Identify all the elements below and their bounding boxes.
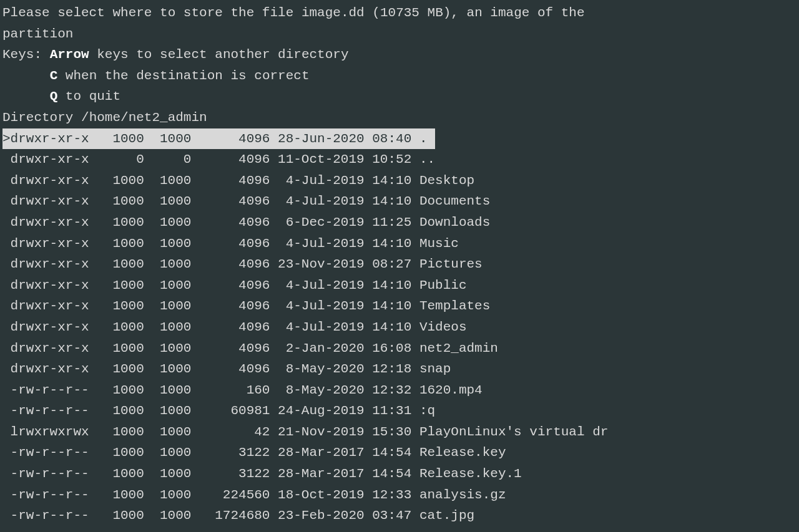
file-row[interactable]: drwxr-xr-x00409611-Oct-201910:52 .. (2, 149, 797, 170)
file-time: 15:30 (365, 422, 412, 443)
terminal-screen[interactable]: Please select where to store the file im… (2, 2, 797, 526)
file-uid: 1000 (97, 128, 144, 150)
file-date: 18-Oct-2019 (270, 485, 364, 506)
file-row[interactable]: -rw-r--r--10001000312228-Mar-201714:54 R… (2, 442, 797, 463)
file-row[interactable]: drwxr-xr-x1000100040964-Jul-201914:10 De… (2, 170, 797, 191)
file-row[interactable]: -rw-r--r--10001000312228-Mar-201714:54 R… (2, 463, 797, 485)
spacer (411, 194, 419, 208)
file-gid: 1000 (144, 442, 192, 463)
file-row[interactable]: -rw-r--r--100010006098124-Aug-201911:31 … (2, 400, 797, 422)
file-permissions: -rw-r--r-- (11, 380, 97, 401)
file-uid: 1000 (97, 212, 144, 233)
file-name: .. (419, 149, 435, 170)
file-uid: 1000 (97, 317, 144, 338)
spacer (411, 404, 419, 418)
row-cursor (2, 320, 11, 334)
file-size: 4096 (191, 359, 270, 380)
file-time: 11:31 (365, 400, 412, 422)
row-cursor (2, 508, 11, 523)
key-arrow: Arrow (50, 47, 89, 62)
row-cursor (2, 383, 11, 397)
file-permissions: drwxr-xr-x (11, 191, 97, 212)
file-date: 23-Nov-2019 (270, 254, 364, 275)
file-uid: 1000 (97, 380, 144, 401)
file-uid: 1000 (97, 442, 144, 463)
keys-label: Keys: (2, 47, 50, 62)
file-time: 03:47 (365, 505, 412, 526)
file-row[interactable]: -rw-r--r--100010001608-May-202012:32 162… (2, 380, 797, 401)
spacer (411, 215, 419, 230)
file-date: 2-Jan-2020 (270, 338, 364, 359)
file-permissions: drwxr-xr-x (11, 149, 97, 170)
file-row[interactable]: drwxr-xr-x1000100040964-Jul-201914:10 Vi… (2, 317, 797, 338)
file-permissions: drwxr-xr-x (11, 254, 97, 275)
file-size: 4096 (191, 170, 270, 191)
file-time: 14:54 (365, 463, 412, 485)
key-q: Q (50, 89, 58, 104)
file-gid: 1000 (144, 212, 192, 233)
file-gid: 1000 (144, 338, 192, 359)
file-gid: 1000 (144, 191, 192, 212)
file-row[interactable]: drwxr-xr-x1000100040964-Jul-201914:10 Te… (2, 296, 797, 317)
file-row[interactable]: drwxr-xr-x1000100040964-Jul-201914:10 Do… (2, 191, 797, 212)
file-date: 4-Jul-2019 (270, 296, 364, 317)
file-row[interactable]: >drwxr-xr-x10001000409628-Jun-202008:40 … (2, 128, 435, 150)
file-size: 4096 (191, 212, 270, 233)
file-row[interactable]: drwxr-xr-x1000100040964-Jul-201914:10 Mu… (2, 233, 797, 254)
file-permissions: drwxr-xr-x (11, 170, 97, 191)
spacer (428, 132, 436, 146)
spacer (411, 278, 419, 293)
file-uid: 1000 (97, 233, 144, 254)
file-uid: 1000 (97, 170, 144, 191)
file-name: . (419, 128, 428, 150)
file-gid: 1000 (144, 505, 192, 526)
file-date: 24-Aug-2019 (270, 400, 364, 422)
file-gid: 1000 (144, 380, 192, 401)
file-size: 3122 (191, 442, 270, 463)
spacer (411, 488, 419, 502)
file-gid: 1000 (144, 170, 192, 191)
file-gid: 1000 (144, 128, 192, 150)
file-name: Release.key.1 (419, 463, 522, 485)
file-name: snap (419, 359, 451, 380)
file-date: 8-May-2020 (270, 380, 364, 401)
file-uid: 1000 (97, 275, 144, 296)
file-permissions: lrwxrwxrwx (11, 422, 97, 443)
spacer (411, 467, 419, 481)
file-time: 12:18 (365, 359, 412, 380)
prompt-line-2: partition (2, 24, 797, 45)
file-date: 4-Jul-2019 (270, 170, 364, 191)
spacer (411, 362, 419, 376)
file-name: Desktop (419, 170, 474, 191)
file-row[interactable]: -rw-r--r--10001000172468023-Feb-202003:4… (2, 505, 797, 526)
file-uid: 1000 (97, 338, 144, 359)
spacer (411, 383, 419, 397)
file-row[interactable]: drwxr-xr-x10001000409623-Nov-201908:27 P… (2, 254, 797, 275)
file-permissions: drwxr-xr-x (11, 338, 97, 359)
file-size: 4096 (191, 233, 270, 254)
row-cursor (2, 341, 11, 355)
file-size: 4096 (191, 128, 270, 150)
file-row[interactable]: drwxr-xr-x1000100040964-Jul-201914:10 Pu… (2, 275, 797, 296)
prompt-size-text: (10735 MB), an image of the (365, 6, 585, 20)
file-permissions: -rw-r--r-- (11, 505, 97, 526)
spacer (411, 132, 419, 146)
file-date: 4-Jul-2019 (270, 275, 364, 296)
file-row[interactable]: drwxr-xr-x1000100040966-Dec-201911:25 Do… (2, 212, 797, 233)
file-row[interactable]: drwxr-xr-x1000100040962-Jan-202016:08 ne… (2, 338, 797, 359)
file-permissions: -rw-r--r-- (11, 442, 97, 463)
file-name: Music (419, 233, 459, 254)
file-permissions: -rw-r--r-- (11, 400, 97, 422)
file-row[interactable]: -rw-r--r--1000100022456018-Oct-201912:33… (2, 485, 797, 506)
file-size: 42 (191, 422, 270, 443)
file-row[interactable]: lrwxrwxrwx100010004221-Nov-201915:30 Pla… (2, 422, 797, 443)
file-date: 28-Mar-2017 (270, 463, 364, 485)
file-time: 08:40 (365, 128, 412, 150)
file-size: 4096 (191, 296, 270, 317)
file-list[interactable]: >drwxr-xr-x10001000409628-Jun-202008:40 … (2, 128, 797, 526)
keys-line-q: Q to quit (2, 86, 797, 107)
file-gid: 1000 (144, 400, 192, 422)
file-uid: 1000 (97, 505, 144, 526)
file-row[interactable]: drwxr-xr-x1000100040968-May-202012:18 sn… (2, 359, 797, 380)
file-time: 14:10 (365, 296, 412, 317)
